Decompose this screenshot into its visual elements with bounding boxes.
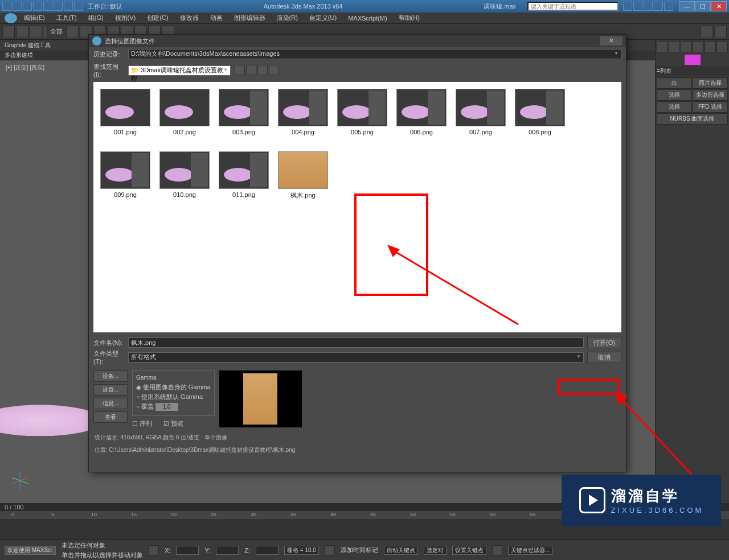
file-list-area[interactable]: 001.png002.png003.png004.png005.png006.p… xyxy=(93,82,621,332)
menu-customize[interactable]: 自定义(U) xyxy=(305,13,341,23)
menu-edit[interactable]: 编辑(E) xyxy=(19,13,50,23)
window-controls[interactable]: —☐✕ xyxy=(679,1,727,11)
view-button[interactable]: 查看 xyxy=(93,411,128,423)
file-name: 005.png xyxy=(337,129,387,135)
device-button[interactable]: 设备... xyxy=(93,370,128,382)
cancel-button[interactable]: 取消 xyxy=(587,352,621,363)
lock-icon[interactable] xyxy=(149,545,159,555)
thumbnail[interactable] xyxy=(278,151,328,189)
tool-btn[interactable] xyxy=(30,26,42,38)
cmd-btn[interactable]: 选择 xyxy=(657,101,692,113)
title-bar: 工作台: 默认 Autodesk 3ds Max 2013 x64 调味罐.ma… xyxy=(0,0,729,13)
tool-btn[interactable] xyxy=(66,26,79,38)
coord-x[interactable] xyxy=(176,546,199,555)
file-item[interactable]: 枫木.png xyxy=(278,151,328,200)
close-button[interactable]: ✕ xyxy=(711,1,727,11)
thumbnail[interactable] xyxy=(515,89,565,126)
gamma-own-radio[interactable]: ◉ 使用图像自身的 Gamma xyxy=(136,383,211,392)
menu-animation[interactable]: 动画 xyxy=(206,13,227,23)
dialog-close-button[interactable]: ✕ xyxy=(600,36,622,46)
menu-grapheditor[interactable]: 图形编辑器 xyxy=(230,13,270,23)
tool-btn[interactable] xyxy=(16,26,28,38)
viewmode-icon xyxy=(269,65,279,75)
minimize-button[interactable]: — xyxy=(679,1,695,11)
file-name: 008.png xyxy=(515,129,565,135)
file-item[interactable]: 005.png xyxy=(337,89,387,135)
time-tag-icon[interactable] xyxy=(325,545,335,555)
watermark-url: ZIXUE.3D66.COM xyxy=(611,506,704,514)
teapot-icon[interactable] xyxy=(714,26,727,38)
info-button[interactable]: 信息... xyxy=(93,398,128,409)
thumbnail[interactable] xyxy=(100,151,150,189)
file-name: 001.png xyxy=(100,129,150,135)
preview-checkbox[interactable]: ☑ 预览 xyxy=(163,419,183,428)
autokey-button[interactable]: 自动关键点 xyxy=(384,546,418,555)
teapot-icon[interactable] xyxy=(701,26,713,38)
menu-help[interactable]: 帮助(H) xyxy=(394,13,424,23)
viewport-label[interactable]: [+] [正交] [真实] xyxy=(6,64,44,72)
menu-maxscript[interactable]: MAXScript(M) xyxy=(343,14,391,23)
key-icon[interactable] xyxy=(492,545,502,555)
menu-create[interactable]: 创建(C) xyxy=(142,13,173,23)
file-item[interactable]: 004.png xyxy=(278,89,328,135)
color-swatch[interactable] xyxy=(685,55,701,65)
gamma-override-radio[interactable]: ○ 覆盖 1.0 xyxy=(136,402,211,411)
open-button[interactable]: 打开(O) xyxy=(587,337,621,348)
seldef[interactable]: 选定对 xyxy=(424,546,447,555)
nav-icons[interactable] xyxy=(234,65,280,76)
coord-y[interactable] xyxy=(216,546,239,555)
settings-button[interactable]: 设置... xyxy=(93,384,128,396)
file-item[interactable]: 011.png xyxy=(219,151,269,200)
back-icon xyxy=(235,65,245,75)
quick-access-toolbar[interactable] xyxy=(2,2,83,11)
file-item[interactable]: 002.png xyxy=(159,89,210,135)
addtimemark[interactable]: 添加时间标记 xyxy=(341,546,378,554)
menu-view[interactable]: 视图(V) xyxy=(110,13,141,23)
cmd-btn[interactable]: 多边形选择 xyxy=(693,89,728,101)
menu-modifiers[interactable]: 修改器 xyxy=(175,13,203,23)
keyfilter-button[interactable]: 关键点过滤器... xyxy=(508,546,552,555)
thumbnail[interactable] xyxy=(159,151,210,189)
file-item[interactable]: 009.png xyxy=(100,151,150,200)
thumbnail[interactable] xyxy=(396,89,447,126)
thumbnail[interactable] xyxy=(219,151,269,189)
thumbnail[interactable] xyxy=(159,89,210,126)
title-right-icons[interactable] xyxy=(623,2,673,11)
menu-render[interactable]: 渲染(R) xyxy=(272,13,302,23)
thumbnail[interactable] xyxy=(100,89,150,126)
maximize-button[interactable]: ☐ xyxy=(695,1,711,11)
cmd-btn[interactable]: 选择 xyxy=(657,89,692,101)
filename-input[interactable] xyxy=(128,337,584,348)
cmd-btn[interactable]: 出 xyxy=(657,77,692,89)
thumbnail[interactable] xyxy=(219,89,269,126)
gamma-sys-radio[interactable]: ○ 使用系统默认 Gamma xyxy=(136,393,211,401)
menu-tools[interactable]: 工具(T) xyxy=(52,13,81,23)
cmd-btn[interactable]: 面片选择 xyxy=(693,77,728,89)
file-item[interactable]: 008.png xyxy=(515,89,565,135)
tool-btn[interactable] xyxy=(2,26,15,38)
thumbnail[interactable] xyxy=(278,89,328,126)
cmd-btn[interactable]: FFD 选择 xyxy=(693,101,728,113)
sequence-checkbox[interactable]: ☐ 序列 xyxy=(132,419,152,428)
thumbnail[interactable] xyxy=(456,89,506,126)
lookin-combo[interactable]: 📁 3Dmax调味罐托盘材质设置教程 xyxy=(128,65,231,76)
workspace-label[interactable]: 工作台: 默认 xyxy=(88,2,122,11)
coord-z[interactable] xyxy=(256,546,279,555)
file-item[interactable]: 010.png xyxy=(159,151,210,200)
history-combo[interactable]: D:\我的文档\Documents\3dsMax\sceneassets\ima… xyxy=(128,49,621,59)
setkey-button[interactable]: 设置关键点 xyxy=(452,546,486,555)
dialog-titlebar[interactable]: 选择位图图像文件 ✕ xyxy=(89,35,626,47)
modifier-list[interactable]: =列表 xyxy=(656,66,729,76)
file-item[interactable]: 001.png xyxy=(100,89,150,135)
app-menu-icon[interactable] xyxy=(5,13,17,23)
file-item[interactable]: 006.png xyxy=(396,89,447,135)
scene-object-disc[interactable] xyxy=(0,405,103,437)
file-item[interactable]: 007.png xyxy=(456,89,506,135)
command-tabs[interactable] xyxy=(656,40,729,53)
help-search-input[interactable] xyxy=(527,2,619,11)
filetype-combo[interactable]: 所有格式 xyxy=(128,352,584,363)
menu-group[interactable]: 组(G) xyxy=(84,13,108,23)
file-item[interactable]: 003.png xyxy=(219,89,269,135)
thumbnail[interactable] xyxy=(337,89,387,126)
cmd-btn[interactable]: NURBS 曲面选择 xyxy=(657,113,728,125)
